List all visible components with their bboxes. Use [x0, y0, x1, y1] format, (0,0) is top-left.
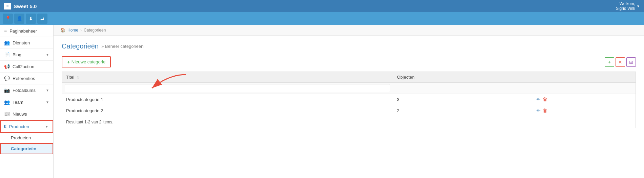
sidebar-sub-categorieen[interactable]: Categorieën [0, 143, 53, 154]
row2-objects: 2 [393, 105, 532, 116]
col-actions [532, 72, 636, 83]
team-chevron-icon: ▼ [46, 100, 49, 104]
sidebar-item-paginabeheer[interactable]: ≡ Paginabeheer [0, 25, 53, 37]
action-cell: ✏ 🗑 [537, 108, 631, 113]
col-titel-label: Titel [66, 75, 74, 80]
main-content: 🏠 Home › Categorieën Categorieën » Behee… [54, 25, 644, 178]
toolbar: + Nieuwe categorie + ✕ ⊞ [62, 56, 636, 67]
sidebar-item-blog[interactable]: 📄 Blog ▼ [0, 49, 53, 61]
nieuws-icon: 📰 [4, 111, 10, 117]
sub-label-categorieen: Categorieën [11, 146, 36, 151]
home-icon: 🏠 [60, 28, 65, 33]
sidebar-label-team: Team [13, 100, 23, 105]
sidebar-label-nieuws: Nieuws [13, 112, 27, 117]
producten-icon: € [4, 124, 6, 129]
paginabeheer-icon: ≡ [4, 28, 7, 34]
sidebar-item-referenties[interactable]: 💬 Referenties [0, 73, 53, 84]
sidebar-sub-producten[interactable]: Producten [0, 133, 53, 143]
row2-title: Productcategorie 2 [62, 105, 393, 116]
sidebar-item-team[interactable]: 👥 Team ▼ [0, 96, 53, 108]
col-objecten-label: Objecten [397, 75, 415, 80]
producten-chevron-icon: ▼ [45, 125, 48, 128]
breadcrumb-current: Categorieën [84, 28, 106, 33]
sidebar-label-producten: Producten [9, 124, 29, 129]
app-logo: ≡ Sweet 5.0 [4, 3, 37, 9]
table: Titel ⇅ Objecten [62, 72, 636, 116]
table-row: Productcategorie 2 2 ✏ 🗑 [62, 105, 636, 116]
col-objecten: Objecten [393, 72, 532, 83]
content-area: Categorieën » Beheer categorieën + Nieuw… [54, 36, 644, 135]
filter-cell-titel [62, 83, 393, 94]
plus-icon: + [67, 59, 70, 65]
sidebar-label-paginabeheer: Paginabeheer [9, 28, 37, 34]
edit-button-row2[interactable]: ✏ [537, 108, 541, 113]
sub-label-producten: Producten [11, 135, 31, 140]
sidebar-label-diensten: Diensten [13, 40, 30, 45]
logo-icon: ≡ [4, 3, 11, 9]
add-button[interactable]: + [605, 57, 614, 67]
app-title: Sweet 5.0 [14, 3, 37, 9]
sidebar-label-referenties: Referenties [13, 76, 35, 81]
row2-actions: ✏ 🗑 [532, 105, 636, 116]
blog-chevron-icon: ▼ [46, 53, 49, 57]
category-table: Titel ⇅ Objecten [62, 72, 636, 128]
delete-button-row1[interactable]: 🗑 [543, 97, 547, 102]
new-button-label: Nieuwe categorie [72, 59, 105, 64]
topbar-user[interactable]: Welkom, Sigrid Vink ▼ [616, 1, 640, 11]
sidebar-label-call2action: Call2action [13, 64, 34, 69]
user-icon-btn[interactable]: 👤 [14, 14, 24, 24]
sidebar: ≡ Paginabeheer 👥 Diensten 📄 Blog ▼ 📢 Cal… [0, 25, 54, 178]
topbar: ≡ Sweet 5.0 Welkom, Sigrid Vink ▼ [0, 0, 644, 12]
table-row: Productcategorie 1 3 ✏ 🗑 [62, 94, 636, 105]
breadcrumb-home[interactable]: Home [67, 28, 78, 33]
page-title: Categorieën [62, 42, 99, 50]
sort-icon: ⇅ [77, 76, 80, 79]
filter-cell-actions [532, 83, 636, 94]
location-icon-btn[interactable]: 📍 [3, 14, 13, 24]
blog-icon: 📄 [4, 52, 10, 57]
filter-input-titel[interactable] [65, 84, 390, 92]
delete-button[interactable]: ✕ [616, 57, 625, 67]
page-header: Categorieën » Beheer categorieën [62, 42, 636, 50]
breadcrumb: 🏠 Home › Categorieën [54, 25, 644, 36]
new-category-button[interactable]: + Nieuwe categorie [62, 56, 111, 67]
sidebar-item-diensten[interactable]: 👥 Diensten [0, 37, 53, 49]
result-text: Resultaat 1-2 van 2 items. [62, 116, 636, 128]
sidebar-item-nieuws[interactable]: 📰 Nieuws [0, 108, 53, 120]
fotoalbums-icon: 📷 [4, 87, 10, 93]
edit-button-row1[interactable]: ✏ [537, 97, 541, 102]
sidebar-label-blog: Blog [13, 52, 21, 57]
iconbar: 📍 👤 ⬇ ⇄ [0, 12, 644, 25]
breadcrumb-sep: › [80, 28, 82, 33]
row1-title: Productcategorie 1 [62, 94, 393, 105]
sidebar-item-call2action[interactable]: 📢 Call2action [0, 61, 53, 73]
filter-cell-objecten [393, 83, 532, 94]
sidebar-label-fotoalbums: Fotoalbums [13, 88, 36, 93]
page-subtitle: » Beheer categorieën [101, 44, 143, 49]
row1-actions: ✏ 🗑 [532, 94, 636, 105]
action-cell: ✏ 🗑 [537, 97, 631, 102]
row1-objects: 3 [393, 94, 532, 105]
download-icon-btn[interactable]: ⬇ [26, 14, 36, 24]
referenties-icon: 💬 [4, 76, 10, 81]
sidebar-item-fotoalbums[interactable]: 📷 Fotoalbums ▼ [0, 84, 53, 96]
user-label: Welkom, Sigrid Vink [616, 1, 635, 11]
share-icon-btn[interactable]: ⇄ [37, 14, 47, 24]
team-icon: 👥 [4, 99, 10, 105]
fotoalbums-chevron-icon: ▼ [46, 88, 49, 92]
col-titel[interactable]: Titel ⇅ [62, 72, 393, 83]
layout: ≡ Paginabeheer 👥 Diensten 📄 Blog ▼ 📢 Cal… [0, 25, 644, 178]
delete-button-row2[interactable]: 🗑 [543, 108, 547, 113]
toolbar-right: + ✕ ⊞ [605, 57, 636, 67]
filter-row [62, 83, 636, 94]
grid-button[interactable]: ⊞ [626, 57, 636, 67]
call2action-icon: 📢 [4, 64, 10, 69]
sidebar-item-producten[interactable]: € Producten ▼ [0, 120, 53, 133]
diensten-icon: 👥 [4, 40, 10, 45]
user-chevron-icon: ▼ [637, 4, 640, 8]
